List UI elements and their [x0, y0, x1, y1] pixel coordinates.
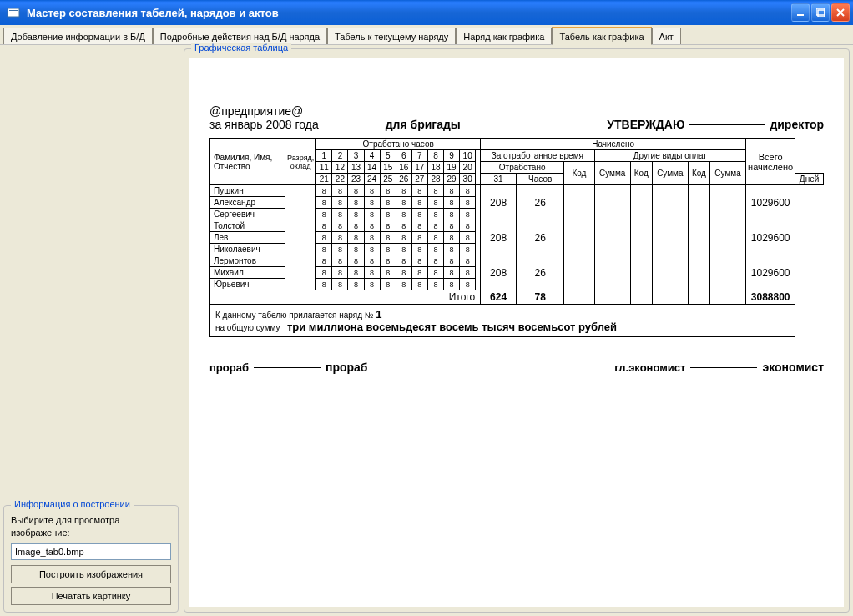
- print-button[interactable]: Печатать картинку: [11, 587, 171, 605]
- select-image-label: Выбирите для просмотра изображение:: [11, 514, 171, 538]
- total-label: Итого: [210, 290, 481, 305]
- table-row: Толстой 8888888888 208 26 1029600: [210, 220, 824, 232]
- hdr-grade: Разряд, оклад: [285, 139, 316, 185]
- graphic-table-panel: Графическая таблица @предприятие@ за янв…: [184, 48, 850, 613]
- document-preview: @предприятие@ за январь 2008 года для бр…: [189, 58, 844, 607]
- build-button[interactable]: Построить изображения: [11, 565, 171, 583]
- total-sum: 3088800: [746, 290, 795, 305]
- main-legend: Графическая таблица: [191, 43, 291, 53]
- minimize-button[interactable]: [791, 3, 810, 22]
- footer-line2-label: на общую сумму: [215, 323, 280, 332]
- tab-add-info[interactable]: Добавление информации в Б/Д: [3, 28, 153, 44]
- hdr-accrued: Начислено: [481, 139, 746, 150]
- hdr-other-pay: Другие виды оплат: [594, 150, 746, 162]
- tab-bar: Добавление информации в Б/Д Подробные де…: [0, 25, 853, 45]
- window-title: Мастер составления табелей, нарядов и ак…: [23, 7, 791, 19]
- hdr-code2: Код: [630, 162, 652, 185]
- timesheet-table: Фамилия, Имя, Отчество Разряд, оклад Отр…: [209, 138, 824, 337]
- hdr-sum3: Сумма: [709, 162, 745, 185]
- maximize-button[interactable]: [811, 3, 830, 22]
- approve-label: УТВЕРЖДАЮ: [607, 118, 684, 131]
- hdr-for-worked: За отработанное время: [481, 150, 594, 162]
- hdr-code3: Код: [688, 162, 709, 185]
- sig-prorab: прораб: [326, 361, 368, 374]
- enterprise: @предприятие@: [209, 104, 824, 118]
- hdr-code1: Код: [564, 162, 594, 185]
- info-legend: Информация о построении: [11, 499, 134, 509]
- app-icon: [7, 6, 20, 19]
- close-button[interactable]: [831, 3, 850, 22]
- hdr-fio: Фамилия, Имя, Отчество: [210, 139, 285, 185]
- tab-detailed[interactable]: Подробные действия над Б/Д наряда: [153, 28, 327, 44]
- footer-line1-label: К данному табелю прилагается наряд №: [215, 311, 374, 320]
- sig-econ: экономист: [762, 361, 824, 374]
- hdr-sum1: Сумма: [594, 162, 630, 185]
- svg-rect-3: [797, 14, 804, 16]
- svg-rect-5: [818, 10, 825, 17]
- info-group: Информация о построении Выбирите для про…: [3, 505, 179, 613]
- total-days: 78: [517, 290, 564, 305]
- totals-row: Итого 624 78 3088800: [210, 290, 824, 305]
- hdr-days: Дней: [795, 174, 824, 185]
- tab-naryad-graphic[interactable]: Наряд как графика: [456, 28, 552, 44]
- period: за январь 2008 года: [209, 118, 319, 131]
- brigade-label: для бригады: [386, 118, 461, 131]
- footer-sum-words: три миллиона восемьдесят восемь тысяч во…: [287, 321, 617, 333]
- svg-rect-2: [9, 13, 18, 13]
- sig-econ-lbl: гл.экономист: [614, 361, 685, 374]
- director-label: директор: [770, 118, 824, 131]
- footer-naryad-num: 1: [376, 308, 381, 321]
- sig-prorab-lbl: прораб: [209, 361, 249, 374]
- tab-akt[interactable]: Акт: [652, 28, 681, 44]
- sig-econ-line: [690, 367, 757, 368]
- approve-line: [689, 124, 765, 125]
- hdr-total-acc: Всего начислено: [746, 139, 795, 185]
- table-row: Пушкин 8888888888 208 26 1029600: [210, 185, 824, 197]
- tab-tabel-current[interactable]: Табель к текущему наряду: [327, 28, 456, 44]
- hdr-hours: Часов: [517, 174, 564, 185]
- total-hours: 624: [481, 290, 517, 305]
- tab-tabel-graphic[interactable]: Табель как графика: [552, 27, 651, 45]
- svg-rect-1: [9, 10, 18, 11]
- sig-prorab-line: [254, 367, 321, 368]
- table-row: Лермонтов 8888888888 208 26 1029600: [210, 255, 824, 267]
- hdr-workedcol: Отработано: [481, 162, 564, 174]
- hdr-worked: Отработано часов: [316, 139, 481, 150]
- filename-input[interactable]: [11, 543, 171, 560]
- hdr-sum2: Сумма: [652, 162, 688, 185]
